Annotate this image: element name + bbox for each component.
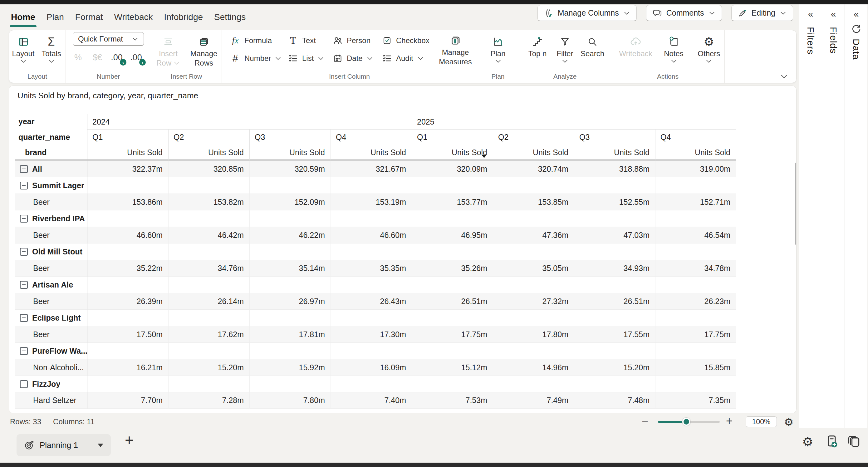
pivot-row-label[interactable]: Non-Alcoholi... bbox=[15, 359, 87, 376]
menu-home[interactable]: Home bbox=[11, 12, 35, 22]
pivot-measure-header[interactable]: Units Sold bbox=[87, 145, 168, 160]
pivot-value-cell[interactable] bbox=[574, 342, 655, 359]
pivot-row-label[interactable]: FizzJoy bbox=[15, 376, 87, 392]
collapse-ribbon-chevron-icon[interactable] bbox=[780, 74, 788, 79]
pivot-measure-header[interactable]: Units Sold bbox=[168, 145, 249, 160]
pivot-value-cell[interactable]: 153.86m bbox=[87, 193, 168, 210]
pivot-row-label[interactable]: PureFlow Wa... bbox=[15, 342, 87, 359]
pivot-value-cell[interactable]: 46.95m bbox=[412, 227, 493, 243]
pivot-value-cell[interactable]: 34.76m bbox=[168, 260, 249, 276]
pivot-value-cell[interactable]: 17.62m bbox=[168, 326, 249, 342]
pivot-value-cell[interactable]: 15.20m bbox=[168, 359, 249, 376]
filters-panel-label[interactable]: Filters bbox=[805, 27, 816, 55]
menu-infobridge[interactable]: Infobridge bbox=[164, 12, 203, 22]
pivot-value-cell[interactable]: 15.12m bbox=[412, 359, 493, 376]
pivot-value-cell[interactable] bbox=[168, 177, 249, 193]
pivot-value-cell[interactable]: 35.05m bbox=[493, 260, 574, 276]
pivot-measure-header[interactable]: Units Sold bbox=[493, 145, 574, 160]
pivot-quarter-header[interactable]: Q1 bbox=[412, 129, 493, 145]
pivot-value-cell[interactable] bbox=[493, 342, 574, 359]
pivot-value-cell[interactable] bbox=[249, 243, 331, 260]
pivot-value-cell[interactable] bbox=[655, 276, 736, 293]
pivot-value-cell[interactable] bbox=[87, 243, 168, 260]
manage-columns-button[interactable]: Manage Columns bbox=[537, 5, 637, 21]
pivot-value-cell[interactable]: 26.39m bbox=[87, 293, 168, 309]
pivot-row-label[interactable]: Beer bbox=[15, 293, 87, 309]
pivot-value-cell[interactable]: 153.77m bbox=[412, 193, 493, 210]
search-button[interactable]: Search bbox=[579, 33, 606, 63]
pivot-value-cell[interactable]: 7.35m bbox=[655, 392, 736, 409]
number-column-button[interactable]: #Number bbox=[230, 49, 288, 67]
pivot-value-cell[interactable] bbox=[574, 177, 655, 193]
pivot-value-cell[interactable] bbox=[331, 177, 412, 193]
pivot-value-cell[interactable]: 15.92m bbox=[249, 359, 331, 376]
pivot-value-cell[interactable]: 34.93m bbox=[574, 260, 655, 276]
pivot-row-label[interactable]: Beer bbox=[15, 227, 87, 243]
collapse-row-icon[interactable] bbox=[20, 248, 28, 256]
notes-button[interactable]: Notes bbox=[659, 33, 688, 63]
plan-button[interactable]: Plan bbox=[484, 33, 512, 63]
pivot-value-cell[interactable]: 47.36m bbox=[493, 227, 574, 243]
pivot-value-cell[interactable]: 14.96m bbox=[493, 359, 574, 376]
pivot-value-cell[interactable] bbox=[87, 177, 168, 193]
pivot-value-cell[interactable]: 46.60m bbox=[87, 227, 168, 243]
pivot-quarter-header[interactable]: Q4 bbox=[655, 129, 736, 145]
zoom-out-button[interactable]: − bbox=[642, 414, 648, 428]
pivot-value-cell[interactable]: 320.74m bbox=[493, 160, 574, 177]
filter-button[interactable]: Filter bbox=[551, 33, 579, 63]
pivot-value-cell[interactable]: 26.14m bbox=[168, 293, 249, 309]
pivot-measure-header[interactable]: Units Sold bbox=[574, 145, 655, 160]
zoom-slider-thumb[interactable] bbox=[682, 418, 690, 426]
sheet-tab-caret-icon[interactable] bbox=[98, 444, 103, 447]
pivot-value-cell[interactable]: 7.70m bbox=[87, 392, 168, 409]
pivot-value-cell[interactable]: 27.32m bbox=[493, 293, 574, 309]
pivot-value-cell[interactable]: 153.82m bbox=[168, 193, 249, 210]
pivot-value-cell[interactable]: 153.19m bbox=[331, 193, 412, 210]
pivot-value-cell[interactable] bbox=[87, 210, 168, 227]
menu-plan[interactable]: Plan bbox=[46, 12, 64, 22]
others-button[interactable]: ⚙ Others bbox=[693, 33, 724, 63]
pivot-value-cell[interactable] bbox=[249, 309, 331, 326]
decrease-decimal-button[interactable]: .00‹ bbox=[107, 53, 126, 62]
pivot-value-cell[interactable] bbox=[331, 309, 412, 326]
collapse-row-icon[interactable] bbox=[20, 182, 28, 189]
collapse-row-icon[interactable] bbox=[20, 165, 28, 173]
top-n-button[interactable]: Top n bbox=[524, 33, 551, 63]
pivot-value-cell[interactable]: 47.03m bbox=[574, 227, 655, 243]
pivot-value-cell[interactable] bbox=[574, 376, 655, 392]
pivot-value-cell[interactable] bbox=[412, 342, 493, 359]
pivot-measure-header[interactable]: Units Sold bbox=[412, 145, 493, 160]
collapse-row-icon[interactable] bbox=[20, 380, 28, 388]
add-sheet-button[interactable]: + bbox=[125, 431, 133, 448]
pivot-value-cell[interactable]: 35.22m bbox=[87, 260, 168, 276]
pivot-value-cell[interactable]: 34.78m bbox=[655, 260, 736, 276]
pivot-row-label[interactable]: Beer bbox=[15, 193, 87, 210]
pivot-value-cell[interactable]: 7.49m bbox=[493, 392, 574, 409]
pivot-value-cell[interactable]: 7.40m bbox=[331, 392, 412, 409]
add-view-icon[interactable] bbox=[825, 435, 838, 448]
date-column-button[interactable]: Date bbox=[332, 49, 382, 67]
list-column-button[interactable]: List bbox=[288, 49, 332, 67]
pivot-value-cell[interactable] bbox=[412, 309, 493, 326]
pivot-value-cell[interactable] bbox=[493, 276, 574, 293]
pivot-value-cell[interactable] bbox=[168, 309, 249, 326]
pivot-measure-header[interactable]: Units Sold bbox=[331, 145, 412, 160]
pivot-year-header[interactable]: 2024 bbox=[87, 114, 412, 129]
pivot-value-cell[interactable] bbox=[87, 342, 168, 359]
pivot-value-cell[interactable] bbox=[493, 243, 574, 260]
pivot-value-cell[interactable] bbox=[574, 309, 655, 326]
pivot-row-label[interactable]: Eclipse Light bbox=[15, 309, 87, 326]
pivot-value-cell[interactable]: 26.97m bbox=[249, 293, 331, 309]
pivot-value-cell[interactable] bbox=[87, 309, 168, 326]
pivot-quarter-header[interactable]: Q3 bbox=[249, 129, 331, 145]
pivot-value-cell[interactable]: 7.53m bbox=[412, 392, 493, 409]
pivot-value-cell[interactable]: 46.22m bbox=[249, 227, 331, 243]
menu-format[interactable]: Format bbox=[75, 12, 103, 22]
pivot-value-cell[interactable] bbox=[249, 177, 331, 193]
pivot-value-cell[interactable] bbox=[168, 276, 249, 293]
collapse-row-icon[interactable] bbox=[20, 215, 28, 223]
pivot-value-cell[interactable] bbox=[249, 376, 331, 392]
pivot-value-cell[interactable] bbox=[655, 177, 736, 193]
sort-indicator-icon[interactable] bbox=[482, 155, 487, 158]
pivot-value-cell[interactable] bbox=[249, 276, 331, 293]
